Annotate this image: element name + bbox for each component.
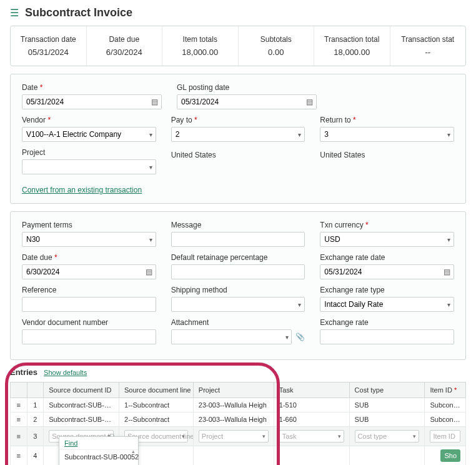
show-defaults-link[interactable]: Show defaults bbox=[44, 369, 87, 376]
cell-project-dropdown[interactable]: Project▾ bbox=[193, 427, 274, 446]
entries-section: Entries Show defaults Source document ID… bbox=[10, 368, 466, 465]
summary-label: Date due bbox=[93, 35, 156, 44]
exchange-rate-type-input[interactable] bbox=[320, 297, 454, 312]
exchange-rate-date-label: Exchange rate date bbox=[320, 253, 454, 262]
message-input[interactable] bbox=[171, 232, 305, 247]
cell-item[interactable]: Subcontract-- bbox=[425, 398, 466, 412]
col-project[interactable]: Project bbox=[193, 382, 274, 398]
col-task[interactable]: Task bbox=[274, 382, 349, 398]
country-text: United States bbox=[320, 151, 454, 159]
table-row[interactable]: ≡ 2 Subcontract-SUB-000 2--Subcontract 2… bbox=[11, 412, 466, 427]
summary-subtotals: Subtotals 0.00 bbox=[239, 26, 315, 66]
summary-item-totals: Item totals 18,000.00 bbox=[162, 26, 239, 66]
cell-cost-type[interactable]: SUB bbox=[349, 412, 425, 427]
attachment-label: Attachment bbox=[171, 318, 305, 327]
reference-label: Reference bbox=[22, 286, 156, 294]
summary-label: Transaction date bbox=[17, 35, 80, 44]
return-to-input[interactable] bbox=[320, 127, 454, 142]
summary-value: 0.00 bbox=[245, 48, 308, 57]
chevron-down-icon: ▾ bbox=[182, 433, 185, 439]
summary-label: Transaction total bbox=[320, 35, 384, 44]
chevron-down-icon: ▾ bbox=[413, 433, 416, 439]
txn-currency-input[interactable] bbox=[320, 232, 454, 247]
convert-link[interactable]: Convert from an existing transaction bbox=[22, 186, 142, 194]
col-item-id[interactable]: Item ID bbox=[425, 382, 466, 398]
page-header: ☰ Subcontract Invoice bbox=[0, 0, 476, 26]
cell-task-dropdown[interactable]: Task▾ bbox=[274, 427, 349, 446]
row-num: 3 bbox=[27, 427, 44, 446]
chevron-down-icon: ▾ bbox=[262, 433, 265, 439]
page-title: Subcontract Invoice bbox=[25, 6, 132, 19]
retainage-label: Default retainage percentage bbox=[171, 253, 305, 262]
dropdown-option[interactable]: Subcontract-SUB-00052 bbox=[59, 450, 138, 464]
row-num: 2 bbox=[27, 412, 44, 427]
vendor-input[interactable] bbox=[22, 127, 156, 142]
cell-project[interactable]: 23-003--Wallula Heigh bbox=[193, 398, 274, 412]
gl-posting-date-label: GL posting date bbox=[177, 83, 317, 92]
drag-handle-icon[interactable]: ≡ bbox=[11, 446, 27, 466]
reference-input[interactable] bbox=[22, 297, 156, 312]
menu-icon[interactable]: ☰ bbox=[10, 7, 19, 19]
table-row[interactable]: ≡ 1 Subcontract-SUB-000 1--Subcontract 2… bbox=[11, 398, 466, 412]
pay-to-country: United States bbox=[171, 148, 305, 174]
date-label: Date bbox=[22, 83, 162, 92]
summary-value: 05/31/2024 bbox=[17, 48, 80, 57]
shipping-method-label: Shipping method bbox=[171, 286, 305, 294]
vendor-doc-num-label: Vendor document number bbox=[22, 318, 156, 327]
drag-handle-icon[interactable]: ≡ bbox=[11, 427, 27, 446]
cell-src-line[interactable]: 2--Subcontract bbox=[119, 412, 194, 427]
summary-transaction-state: Transaction stat -- bbox=[390, 26, 466, 66]
exchange-rate-type-label: Exchange rate type bbox=[320, 286, 454, 294]
cell-task[interactable]: 1-510 bbox=[274, 398, 349, 412]
col-rownum bbox=[27, 382, 44, 398]
cell-src-doc[interactable]: Subcontract-SUB-000 bbox=[44, 412, 119, 427]
payment-terms-input[interactable] bbox=[22, 232, 156, 247]
col-source-line-id[interactable]: Source document line ID bbox=[119, 382, 194, 398]
entries-title: Entries bbox=[10, 368, 37, 377]
paperclip-icon[interactable]: 📎 bbox=[295, 332, 305, 341]
summary-transaction-total: Transaction total 18,000.00 bbox=[314, 26, 390, 66]
transaction-panel: Date ▤ GL posting date ▤ Vendor ▾ Pay to bbox=[10, 74, 466, 204]
pay-to-label: Pay to bbox=[171, 116, 305, 124]
summary-bar: Transaction date 05/31/2024 Date due 6/3… bbox=[10, 26, 466, 66]
pay-to-input[interactable] bbox=[171, 127, 305, 142]
cell-item[interactable]: Subcontract-- bbox=[425, 412, 466, 427]
summary-value: 18,000.00 bbox=[320, 48, 384, 57]
date-input[interactable] bbox=[22, 94, 162, 109]
scrollbar[interactable] bbox=[132, 448, 137, 465]
cell-project[interactable]: 23-003--Wallula Heigh bbox=[193, 412, 274, 427]
message-label: Message bbox=[171, 221, 305, 229]
col-handle bbox=[11, 382, 27, 398]
cell-item-dropdown[interactable]: Item ID bbox=[425, 427, 466, 446]
details-panel: Payment terms ▾ Message Txn currency ▾ D… bbox=[10, 211, 466, 360]
cell-cost-type-dropdown[interactable]: Cost type▾ bbox=[349, 427, 425, 446]
col-source-doc-id[interactable]: Source document ID bbox=[44, 382, 119, 398]
country-text: United States bbox=[171, 151, 305, 159]
summary-transaction-date: Transaction date 05/31/2024 bbox=[11, 26, 87, 66]
find-link[interactable]: Find bbox=[59, 437, 138, 450]
return-to-label: Return to bbox=[320, 116, 454, 124]
retainage-input[interactable] bbox=[171, 264, 305, 279]
gl-posting-date-input[interactable] bbox=[177, 94, 317, 109]
exchange-rate-date-input[interactable] bbox=[320, 264, 454, 279]
payment-terms-label: Payment terms bbox=[22, 221, 156, 229]
vendor-doc-num-input[interactable] bbox=[22, 329, 156, 344]
summary-label: Transaction stat bbox=[397, 35, 460, 44]
summary-value: 6/30/2024 bbox=[93, 48, 156, 57]
exchange-rate-input[interactable] bbox=[320, 329, 454, 344]
shipping-method-input[interactable] bbox=[171, 297, 305, 312]
drag-handle-icon[interactable]: ≡ bbox=[11, 398, 27, 412]
drag-handle-icon[interactable]: ≡ bbox=[11, 412, 27, 427]
date-due-input[interactable] bbox=[22, 264, 156, 279]
summary-label: Item totals bbox=[169, 35, 232, 44]
project-input[interactable] bbox=[22, 159, 156, 174]
show-button[interactable]: Sho bbox=[440, 449, 460, 462]
cell-task[interactable]: 1-660 bbox=[274, 412, 349, 427]
col-cost-type[interactable]: Cost type bbox=[349, 382, 425, 398]
vendor-field: Vendor ▾ bbox=[22, 116, 156, 142]
cell-src-line[interactable]: 1--Subcontract bbox=[119, 398, 194, 412]
cell-src-doc[interactable]: Subcontract-SUB-000 bbox=[44, 398, 119, 412]
cell-cost-type[interactable]: SUB bbox=[349, 398, 425, 412]
attachment-input[interactable] bbox=[171, 329, 292, 344]
pay-to-field: Pay to ▾ bbox=[171, 116, 305, 142]
